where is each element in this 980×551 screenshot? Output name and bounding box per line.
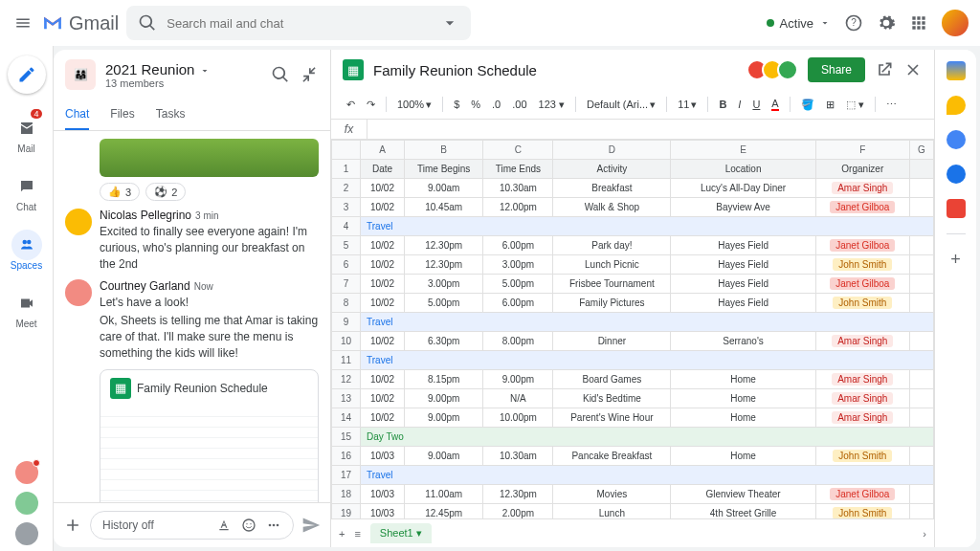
- menu-icon[interactable]: [11, 11, 34, 34]
- currency-icon[interactable]: $: [450, 95, 463, 114]
- header-cell[interactable]: Date: [361, 160, 405, 179]
- section-row[interactable]: Day Two: [361, 428, 934, 447]
- section-row[interactable]: Travel: [361, 313, 934, 332]
- data-cell[interactable]: 10/02: [361, 332, 405, 351]
- data-cell[interactable]: 9.00am: [404, 447, 482, 466]
- row-header[interactable]: 14: [332, 408, 361, 428]
- data-cell[interactable]: Family Pictures: [553, 294, 671, 313]
- data-cell[interactable]: 10/02: [361, 294, 405, 313]
- formula-bar[interactable]: [368, 126, 934, 132]
- font-select[interactable]: Default (Ari... ▾: [583, 95, 659, 115]
- row-header[interactable]: 1: [332, 160, 361, 179]
- organizer-cell[interactable]: Janet Gilboa: [815, 485, 909, 504]
- data-cell[interactable]: 11.00am: [404, 485, 482, 504]
- row-header[interactable]: 10: [332, 332, 361, 351]
- organizer-cell[interactable]: Janet Gilboa: [815, 275, 909, 294]
- data-cell[interactable]: Lunch Picnic: [553, 255, 671, 275]
- data-cell[interactable]: 10.30am: [483, 179, 553, 198]
- data-cell[interactable]: Frisbee Tournament: [553, 275, 671, 294]
- data-cell[interactable]: Hayes Field: [671, 294, 815, 313]
- data-cell[interactable]: 10.00pm: [483, 408, 553, 428]
- merge-icon[interactable]: ⬚ ▾: [842, 95, 868, 115]
- data-cell[interactable]: 10/02: [361, 389, 405, 408]
- data-cell[interactable]: 10.30am: [483, 447, 553, 466]
- data-cell[interactable]: Movies: [553, 485, 671, 504]
- data-cell[interactable]: 9.00pm: [404, 389, 482, 408]
- add-sheet-icon[interactable]: +: [339, 528, 345, 540]
- organizer-cell[interactable]: Amar Singh: [815, 332, 909, 351]
- row-header[interactable]: 7: [332, 275, 361, 294]
- data-cell[interactable]: Hayes Field: [671, 236, 815, 255]
- search-input[interactable]: [167, 16, 431, 31]
- data-cell[interactable]: 12.00pm: [483, 198, 553, 217]
- organizer-cell[interactable]: Amar Singh: [815, 179, 909, 198]
- row-header[interactable]: 19: [332, 504, 361, 519]
- data-cell[interactable]: 9.00pm: [404, 408, 482, 428]
- fontsize-select[interactable]: 11 ▾: [674, 95, 701, 115]
- sheet-title[interactable]: Family Reunion Schedule: [373, 62, 537, 78]
- data-cell[interactable]: Lunch: [553, 504, 671, 519]
- tab-chat[interactable]: Chat: [65, 99, 89, 130]
- italic-icon[interactable]: I: [734, 95, 745, 114]
- underline-icon[interactable]: U: [748, 95, 764, 114]
- addon-icon[interactable]: [947, 199, 966, 218]
- explore-icon[interactable]: ›: [923, 528, 926, 540]
- row-header[interactable]: 5: [332, 236, 361, 255]
- spreadsheet-grid[interactable]: ABCDEFG1DateTime BeginsTime EndsActivity…: [331, 140, 934, 518]
- data-cell[interactable]: Home: [671, 389, 815, 408]
- data-cell[interactable]: 10/02: [361, 275, 405, 294]
- plus-icon[interactable]: [63, 516, 82, 535]
- data-cell[interactable]: 10/02: [361, 236, 405, 255]
- data-cell[interactable]: 10/03: [361, 447, 405, 466]
- data-cell[interactable]: 6.00pm: [483, 294, 553, 313]
- nav-meet[interactable]: Meet: [0, 280, 54, 337]
- gear-icon[interactable]: [877, 13, 896, 33]
- data-cell[interactable]: Bayview Ave: [671, 198, 815, 217]
- reaction-chip[interactable]: ⚽2: [145, 183, 186, 201]
- chat-contact-3[interactable]: [15, 522, 38, 545]
- organizer-cell[interactable]: John Smith: [815, 504, 909, 519]
- header-cell[interactable]: Activity: [553, 160, 671, 179]
- zoom-select[interactable]: 100% ▾: [393, 95, 435, 115]
- borders-icon[interactable]: ⊞: [822, 95, 838, 115]
- col-header[interactable]: G: [909, 141, 933, 160]
- data-cell[interactable]: 10/03: [361, 504, 405, 519]
- data-cell[interactable]: N/A: [483, 389, 553, 408]
- header-cell[interactable]: Time Ends: [483, 160, 553, 179]
- section-row[interactable]: Travel: [361, 351, 934, 370]
- row-header[interactable]: 2: [332, 179, 361, 198]
- data-cell[interactable]: Walk & Shop: [553, 198, 671, 217]
- row-header[interactable]: 4: [332, 217, 361, 236]
- organizer-cell[interactable]: Amar Singh: [815, 408, 909, 428]
- reaction-chip[interactable]: 👍3: [100, 183, 140, 201]
- data-cell[interactable]: Pancake Breakfast: [553, 447, 671, 466]
- data-cell[interactable]: 12.45pm: [404, 504, 482, 519]
- row-header[interactable]: 12: [332, 370, 361, 389]
- sheets-attachment-card[interactable]: ▦ Family Reunion Schedule 8 changes sinc…: [100, 369, 319, 502]
- data-cell[interactable]: Parent's Wine Hour: [553, 408, 671, 428]
- data-cell[interactable]: 5.00pm: [404, 294, 482, 313]
- organizer-cell[interactable]: Janet Gilboa: [815, 236, 909, 255]
- row-header[interactable]: 9: [332, 313, 361, 332]
- tasks-icon[interactable]: [947, 130, 966, 149]
- data-cell[interactable]: 8.15pm: [404, 370, 482, 389]
- keep-icon[interactable]: [947, 96, 966, 115]
- data-cell[interactable]: 2.00pm: [483, 504, 553, 519]
- row-header[interactable]: 18: [332, 485, 361, 504]
- message-avatar[interactable]: [65, 279, 92, 306]
- col-header[interactable]: B: [404, 141, 482, 160]
- col-header[interactable]: C: [483, 141, 553, 160]
- sheet-tab-1[interactable]: Sheet1 ▾: [370, 523, 432, 543]
- row-header[interactable]: 8: [332, 294, 361, 313]
- data-cell[interactable]: 12.30pm: [404, 255, 482, 275]
- organizer-cell[interactable]: Amar Singh: [815, 370, 909, 389]
- get-addons-icon[interactable]: +: [950, 250, 961, 270]
- header-cell[interactable]: Organizer: [815, 160, 909, 179]
- data-cell[interactable]: 3.00pm: [483, 255, 553, 275]
- data-cell[interactable]: Hayes Field: [671, 275, 815, 294]
- text-color-icon[interactable]: A: [768, 94, 782, 115]
- data-cell[interactable]: 12.30pm: [404, 236, 482, 255]
- data-cell[interactable]: Serrano's: [671, 332, 815, 351]
- text-format-icon[interactable]: [216, 518, 232, 533]
- col-header[interactable]: E: [671, 141, 815, 160]
